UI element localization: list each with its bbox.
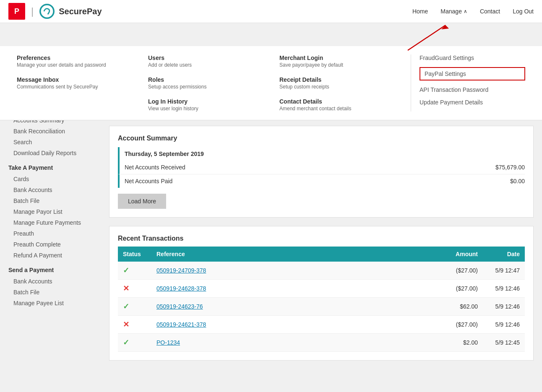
dropdown-col-2: Users Add or delete users Roles Setup ac… [148,55,263,112]
header-status: Status [123,251,156,257]
table-row: ✕ 050919-24628-378 ($27.00) 5/9 12:46 [118,280,525,298]
table-row: ✓ 050919-24623-76 $62.00 5/9 12:46 [118,298,525,316]
transaction-date: 5/9 12:46 [478,303,520,310]
dropdown-menu: Preferences Manage your user details and… [0,46,542,120]
dropdown-receipt-details[interactable]: Receipt Details Setup custom receipts [279,76,394,90]
transaction-amount: ($27.00) [436,267,478,274]
account-row-received: Net Accounts Received $75,679.00 [118,161,525,174]
nav-logout[interactable]: Log Out [513,8,534,15]
sidebar-item-cards[interactable]: Cards [8,174,101,184]
sidebar-item-preauth-complete[interactable]: Preauth Complete [8,239,101,250]
sidebar-item-refund-payment[interactable]: Refund A Payment [8,250,101,261]
table-row: ✓ PO-1234 $2.00 5/9 12:45 [118,334,525,352]
sidebar-take-payment-title: Take A Payment [8,164,101,171]
svg-marker-2 [441,25,449,29]
account-summary-title: Account Summary [118,135,525,142]
dropdown-col-3: Merchant Login Save payor/payee by defau… [279,55,394,112]
dropdown-contact-details[interactable]: Contact Details Amend merchant contact d… [279,98,394,112]
load-more-button[interactable]: Load More [118,194,166,209]
transaction-amount: ($27.00) [436,285,478,292]
dropdown-update-payment[interactable]: Update Payment Details [420,99,525,106]
account-summary-card: Account Summary Thursday, 5 September 20… [109,126,534,218]
recent-transactions-card: Recent Transactions Status Reference Amo… [109,226,534,361]
nav-contact[interactable]: Contact [480,8,500,15]
account-paid-value: $0.00 [510,178,525,184]
sidebar-item-bank-accounts-take[interactable]: Bank Accounts [8,184,101,195]
dropdown-paypal-settings[interactable]: PayPal Settings [420,67,525,80]
dropdown-preferences[interactable]: Preferences Manage your user details and… [17,55,131,68]
sidebar-item-batch-file-send[interactable]: Batch File [8,287,101,298]
table-row: ✕ 050919-24621-378 ($27.00) 5/9 12:46 [118,316,525,334]
transaction-reference[interactable]: PO-1234 [156,339,436,346]
account-received-label: Net Accounts Received [125,164,185,171]
svg-point-0 [40,5,54,18]
account-row-paid: Net Accounts Paid $0.00 [118,174,525,188]
dropdown-api-password[interactable]: API Transaction Password [420,86,525,93]
brand-name: SecurePay [59,7,102,16]
sidebar-item-manage-payor-list[interactable]: Manage Payor List [8,206,101,217]
status-check-icon: ✓ [123,338,156,347]
sidebar-item-batch-file-take[interactable]: Batch File [8,195,101,206]
sidebar-item-bank-accounts-send[interactable]: Bank Accounts [8,276,101,287]
dropdown-col-1: Preferences Manage your user details and… [17,55,131,112]
table-row: ✓ 050919-24709-378 ($27.00) 5/9 12:47 [118,262,525,280]
dropdown-users[interactable]: Users Add or delete users [148,55,263,68]
manage-arrow-icon [399,21,458,55]
dropdown-fraudguard[interactable]: FraudGuard Settings [420,55,525,61]
header-amount: Amount [436,251,478,257]
sidebar-item-search[interactable]: Search [8,137,101,148]
header-reference: Reference [156,251,436,257]
transaction-reference[interactable]: 050919-24623-76 [156,303,436,310]
status-x-icon: ✕ [123,284,156,293]
content-area: Welcome Test Account Account Summary Thu… [109,106,534,374]
dropdown-login-history[interactable]: Log In History View user login history [148,98,263,112]
transactions-table-header: Status Reference Amount Date [118,247,525,262]
transaction-amount: $62.00 [436,303,478,310]
status-x-icon: ✕ [123,320,156,329]
transaction-reference[interactable]: 050919-24628-378 [156,285,436,292]
dropdown-message-inbox[interactable]: Message Inbox Communications sent by Sec… [17,76,131,90]
account-paid-label: Net Accounts Paid [125,178,172,184]
nav-home[interactable]: Home [412,8,428,15]
securepay-swirl-icon [39,4,55,19]
logo-area: P | SecurePay [8,3,102,20]
sidebar-item-manage-future-payments[interactable]: Manage Future Payments [8,217,101,228]
transaction-reference[interactable]: 050919-24621-378 [156,321,436,328]
sidebar-send-payment-title: Send a Payment [8,267,101,273]
logo-icon: P [8,3,25,20]
status-check-icon: ✓ [123,266,156,275]
transaction-date: 5/9 12:46 [478,285,520,292]
sidebar-item-bank-reconciliation[interactable]: Bank Reconciliation [8,126,101,137]
dropdown-col-4: FraudGuard Settings PayPal Settings API … [411,55,525,112]
sidebar-item-preauth[interactable]: Preauth [8,228,101,239]
account-received-value: $75,679.00 [495,164,525,171]
main-nav: Home Manage ∧ Contact Log Out [412,8,534,15]
sidebar-item-manage-payee-list[interactable]: Manage Payee List [8,298,101,309]
sidebar-item-download-daily-reports[interactable]: Download Daily Reports [8,148,101,158]
dropdown-merchant-login[interactable]: Merchant Login Save payor/payee by defau… [279,55,394,68]
sidebar: Transactions Accounts Summary Bank Recon… [8,106,101,374]
svg-line-1 [408,25,446,50]
transaction-amount: ($27.00) [436,321,478,328]
transaction-date: 5/9 12:45 [478,339,520,346]
header: P | SecurePay Home Manage ∧ Contact Log … [0,0,542,23]
header-date: Date [478,251,520,257]
recent-transactions-title: Recent Transactions [118,235,525,242]
dropdown-roles[interactable]: Roles Setup access permissions [148,76,263,90]
nav-manage[interactable]: Manage ∧ [440,8,467,15]
transaction-date: 5/9 12:46 [478,321,520,328]
main-layout: Transactions Accounts Summary Bank Recon… [0,97,542,382]
transaction-amount: $2.00 [436,339,478,346]
account-date: Thursday, 5 September 2019 [118,147,525,161]
transaction-date: 5/9 12:47 [478,267,520,274]
manage-caret-icon: ∧ [464,8,467,14]
transaction-reference[interactable]: 050919-24709-378 [156,267,436,274]
status-check-icon: ✓ [123,302,156,311]
